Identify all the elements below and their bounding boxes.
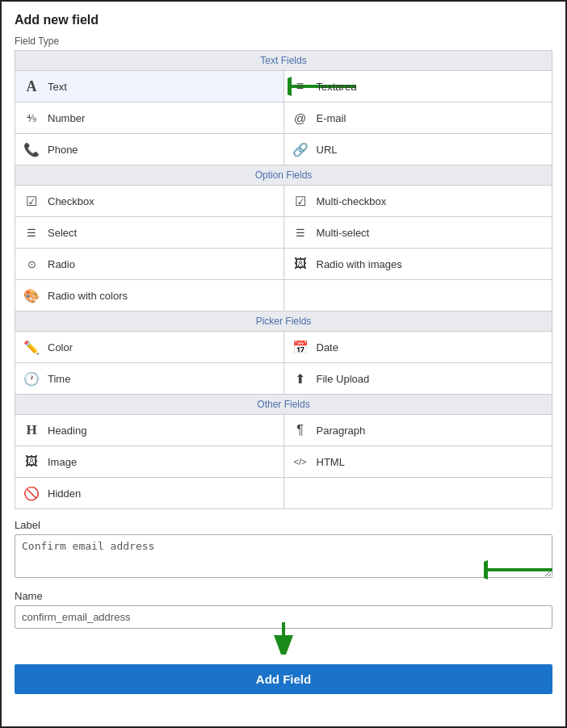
row-color-date: ✏️ Color 📅 Date — [15, 332, 552, 363]
paragraph-icon: ¶ — [292, 423, 309, 437]
name-field-label: Name — [15, 590, 552, 602]
radio-images-icon: 🖼 — [292, 257, 309, 271]
dialog-title: Add new field — [15, 13, 552, 27]
html-icon: </> — [292, 457, 309, 467]
date-label: Date — [317, 341, 338, 354]
hidden-label: Hidden — [48, 487, 81, 500]
checkbox-label: Checkbox — [48, 195, 94, 207]
add-field-dialog: Add new field Field Type Text Fields A T… — [0, 0, 567, 728]
date-icon: 📅 — [292, 340, 309, 355]
multi-select-label: Multi-select — [317, 227, 370, 239]
row-select-multiselect: ☰ Select ☰ Multi-select — [15, 217, 552, 249]
row-heading-paragraph: H Heading ¶ Paragraph — [15, 415, 552, 446]
row-time-fileupload: 🕐 Time ⬆ File Upload — [15, 363, 552, 395]
field-type-checkbox[interactable]: ☑ Checkbox — [15, 186, 284, 216]
multi-select-icon: ☰ — [292, 227, 309, 239]
field-type-email[interactable]: @ E-mail — [284, 103, 552, 133]
radio-images-label: Radio with images — [317, 258, 402, 270]
field-type-time[interactable]: 🕐 Time — [15, 363, 284, 394]
field-type-file-upload[interactable]: ⬆ File Upload — [284, 363, 552, 394]
email-icon: @ — [292, 111, 309, 125]
radio-icon: ⊙ — [23, 258, 40, 270]
field-type-url[interactable]: 🔗 URL — [284, 134, 552, 165]
field-type-hidden[interactable]: 🚫 Hidden — [15, 478, 284, 508]
url-label: URL — [317, 144, 338, 156]
color-icon: ✏️ — [23, 340, 40, 355]
row-checkbox-multicheckbox: ☑ Checkbox ☑ Multi-checkbox — [15, 186, 552, 217]
label-section: Label — [15, 519, 552, 580]
category-text-fields: Text Fields — [15, 51, 552, 71]
field-type-multi-select[interactable]: ☰ Multi-select — [284, 217, 552, 248]
heading-icon: H — [23, 422, 40, 438]
field-type-label: Field Type — [15, 36, 552, 47]
field-type-multi-checkbox[interactable]: ☑ Multi-checkbox — [284, 186, 552, 216]
phone-label: Phone — [48, 144, 78, 156]
row-image-html: 🖼 Image </> HTML — [15, 446, 552, 478]
field-type-radio-images[interactable]: 🖼 Radio with images — [284, 249, 552, 279]
row-radiocolors: 🎨 Radio with colors — [15, 280, 552, 312]
heading-label: Heading — [48, 425, 86, 437]
hidden-icon: 🚫 — [23, 486, 40, 501]
image-icon: 🖼 — [23, 454, 40, 469]
add-field-button[interactable]: Add Field — [15, 664, 552, 694]
phone-icon: 📞 — [23, 142, 40, 157]
select-label: Select — [48, 227, 77, 239]
label-field-label: Label — [15, 519, 552, 531]
checkbox-icon: ☑ — [23, 194, 40, 209]
time-label: Time — [48, 373, 70, 385]
select-icon: ☰ — [23, 227, 40, 239]
radio-colors-label: Radio with colors — [48, 290, 128, 302]
textarea-icon: ≡ — [292, 79, 309, 94]
field-type-paragraph[interactable]: ¶ Paragraph — [284, 415, 552, 446]
row-radio-radioimages: ⊙ Radio 🖼 Radio with images — [15, 249, 552, 280]
number-label: Number — [48, 112, 85, 124]
number-icon: ⁴⁄₉ — [23, 112, 40, 124]
field-type-date[interactable]: 📅 Date — [284, 332, 552, 362]
text-icon: A — [23, 78, 40, 95]
category-other-fields: Other Fields — [15, 395, 552, 415]
field-type-html[interactable]: </> HTML — [284, 446, 552, 477]
field-type-empty-2 — [284, 478, 552, 508]
label-input[interactable] — [15, 534, 552, 578]
field-type-heading[interactable]: H Heading — [15, 415, 284, 446]
image-label: Image — [48, 456, 77, 468]
field-type-text[interactable]: A Text — [15, 71, 284, 102]
category-picker-fields: Picker Fields — [15, 312, 552, 332]
row-text-textarea: A Text ≡ Textarea — [15, 71, 552, 103]
paragraph-label: Paragraph — [317, 425, 366, 437]
name-section: Name — [15, 590, 552, 629]
category-option-fields: Option Fields — [15, 165, 552, 186]
radio-label: Radio — [48, 258, 75, 270]
html-label: HTML — [317, 456, 345, 468]
text-label: Text — [48, 81, 67, 93]
field-type-radio[interactable]: ⊙ Radio — [15, 249, 284, 279]
time-icon: 🕐 — [23, 371, 40, 387]
row-hidden: 🚫 Hidden — [15, 478, 552, 508]
radio-colors-icon: 🎨 — [23, 288, 40, 303]
multi-checkbox-icon: ☑ — [292, 194, 309, 209]
email-label: E-mail — [317, 112, 346, 124]
field-type-empty-1 — [284, 280, 552, 311]
field-type-image[interactable]: 🖼 Image — [15, 446, 284, 477]
field-type-phone[interactable]: 📞 Phone — [15, 134, 284, 165]
row-number-email: ⁴⁄₉ Number @ E-mail — [15, 103, 552, 134]
field-type-select[interactable]: ☰ Select — [15, 217, 284, 248]
field-type-radio-colors[interactable]: 🎨 Radio with colors — [15, 280, 284, 311]
file-upload-icon: ⬆ — [292, 371, 309, 387]
field-type-textarea[interactable]: ≡ Textarea — [284, 71, 552, 102]
field-type-number[interactable]: ⁴⁄₉ Number — [15, 103, 284, 133]
url-icon: 🔗 — [292, 142, 309, 157]
file-upload-label: File Upload — [317, 373, 370, 385]
textarea-label: Textarea — [317, 81, 357, 93]
row-phone-url: 📞 Phone 🔗 URL — [15, 134, 552, 165]
color-label: Color — [48, 341, 73, 354]
field-type-grid: Text Fields A Text ≡ Textarea — [15, 50, 552, 509]
field-type-color[interactable]: ✏️ Color — [15, 332, 284, 362]
multi-checkbox-label: Multi-checkbox — [317, 195, 387, 207]
name-input[interactable] — [15, 605, 552, 629]
